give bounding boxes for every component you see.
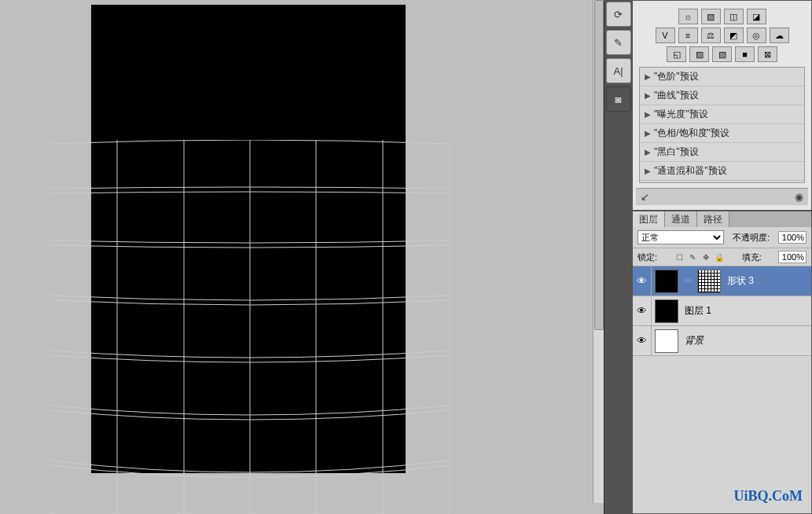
tool-brush[interactable]: ✎ (606, 30, 631, 55)
lock-fill-row: 锁定: ☐ ✎ ✥ 🔒 填充: (633, 248, 811, 266)
photo-filter-icon[interactable]: ◎ (747, 28, 766, 43)
posterize-icon[interactable]: ▨ (689, 46, 709, 62)
warped-grid-shape (50, 140, 450, 514)
layer-name: 背景 (682, 334, 704, 347)
lock-icons: ☐ ✎ ✥ 🔒 (674, 251, 725, 263)
right-panels: ☼ ▧ ◫ ◪ V ≡ ⚖ ◩ ◎ ☁ ◱ ▨ ▧ ■ ⊠ ▶"色阶"预设 ▶"… (632, 0, 812, 514)
lock-transparent-icon[interactable]: ☐ (674, 251, 685, 263)
preset-list[interactable]: ▶"色阶"预设 ▶"曲线"预设 ▶"曝光度"预设 ▶"色相/饱和度"预设 ▶"黑… (639, 67, 805, 183)
preset-channel-mixer[interactable]: ▶"通道混和器"预设 (640, 162, 804, 181)
chevron-right-icon: ▶ (645, 72, 651, 81)
tool-rotate[interactable]: ⟳ (606, 2, 631, 27)
invert-icon[interactable]: ◱ (667, 46, 686, 62)
curves-icon[interactable]: ◫ (724, 9, 744, 24)
chevron-right-icon: ▶ (645, 110, 651, 119)
tab-layers[interactable]: 图层 (633, 211, 665, 227)
watermark: UiBQ.CoM (734, 488, 803, 505)
lock-all-icon[interactable]: 🔒 (714, 251, 725, 263)
visibility-toggle[interactable]: 👁 (633, 296, 652, 325)
brightness-icon[interactable]: ☼ (678, 9, 698, 24)
fill-label: 填充: (742, 251, 762, 263)
adjust-row-3: ◱ ▨ ▧ ■ ⊠ (636, 46, 808, 62)
levels-icon[interactable]: ▧ (701, 9, 721, 24)
clip-icon[interactable]: ↙ (641, 191, 649, 203)
layer-row-shape3[interactable]: 👁 𝄘 形状 3 (633, 266, 811, 296)
chevron-right-icon: ▶ (645, 129, 651, 138)
chevron-right-icon: ▶ (645, 91, 651, 100)
layer-name: 图层 1 (682, 304, 711, 318)
layer-thumb (655, 299, 678, 323)
preset-levels[interactable]: ▶"色阶"预设 (640, 68, 804, 86)
hue-icon[interactable]: ≡ (678, 28, 698, 43)
adjust-row-2: V ≡ ⚖ ◩ ◎ ☁ (636, 28, 808, 43)
link-icon: 𝄘 (682, 276, 694, 286)
exposure-icon[interactable]: ◪ (747, 9, 766, 24)
chevron-right-icon: ▶ (645, 148, 651, 156)
adjust-row-1: ☼ ▧ ◫ ◪ (636, 9, 808, 24)
blend-mode-select[interactable]: 正常 (637, 230, 724, 244)
lock-label: 锁定: (637, 251, 657, 263)
vertical-scrollbar[interactable] (593, 0, 604, 503)
vector-mask-thumb (697, 270, 721, 293)
preset-black-white[interactable]: ▶"黑白"预设 (640, 143, 804, 162)
preset-selective-color[interactable]: ▶"可选颜色"预设 (640, 181, 804, 183)
visibility-toggle[interactable]: 👁 (633, 326, 652, 355)
tab-paths[interactable]: 路径 (697, 211, 729, 227)
visibility-toggle[interactable]: 👁 (633, 266, 652, 296)
canvas-area[interactable] (0, 0, 604, 514)
preset-exposure[interactable]: ▶"曝光度"预设 (640, 105, 804, 124)
layer-thumb (655, 270, 678, 293)
scrollbar-thumb[interactable] (594, 0, 604, 330)
selective-color-icon[interactable]: ⊠ (758, 46, 777, 62)
chevron-right-icon: ▶ (645, 167, 651, 175)
tool-initials[interactable]: ◙ (606, 86, 631, 112)
balance-icon[interactable]: ⚖ (701, 28, 721, 43)
layer-list: 👁 𝄘 形状 3 👁 图层 1 👁 背景 (633, 266, 811, 513)
layer-row-background[interactable]: 👁 背景 (633, 326, 811, 356)
trash-icon[interactable]: ◉ (795, 191, 803, 203)
gradient-map-icon[interactable]: ■ (735, 46, 755, 62)
tool-dock: ⟳ ✎ A| ◙ (604, 0, 632, 514)
lock-pixels-icon[interactable]: ✎ (687, 251, 698, 263)
adjustments-panel: ☼ ▧ ◫ ◪ V ≡ ⚖ ◩ ◎ ☁ ◱ ▨ ▧ ■ ⊠ ▶"色阶"预设 ▶"… (632, 0, 812, 211)
blend-opacity-row: 正常 不透明度: (633, 227, 811, 248)
tool-character[interactable]: A| (606, 58, 631, 83)
fill-input[interactable] (778, 251, 806, 263)
layers-panel: 图层 通道 路径 正常 不透明度: 锁定: ☐ ✎ ✥ 🔒 填充: 👁 (632, 211, 812, 514)
layer-tabs: 图层 通道 路径 (633, 211, 811, 227)
lock-position-icon[interactable]: ✥ (700, 251, 711, 263)
preset-hue-saturation[interactable]: ▶"色相/饱和度"预设 (640, 124, 804, 143)
layer-thumb (655, 329, 678, 353)
adjust-panel-footer: ↙ ◉ (636, 188, 808, 205)
layer-row-layer1[interactable]: 👁 图层 1 (633, 296, 811, 326)
bw-icon[interactable]: ◩ (724, 28, 744, 43)
threshold-icon[interactable]: ▧ (712, 46, 732, 62)
preset-curves[interactable]: ▶"曲线"预设 (640, 86, 804, 105)
mixer-icon[interactable]: ☁ (770, 28, 789, 43)
opacity-input[interactable] (778, 231, 806, 244)
vibrance-icon[interactable]: V (656, 28, 675, 43)
opacity-label: 不透明度: (733, 232, 770, 244)
layer-name: 形状 3 (724, 274, 754, 288)
tab-channels[interactable]: 通道 (665, 211, 697, 227)
